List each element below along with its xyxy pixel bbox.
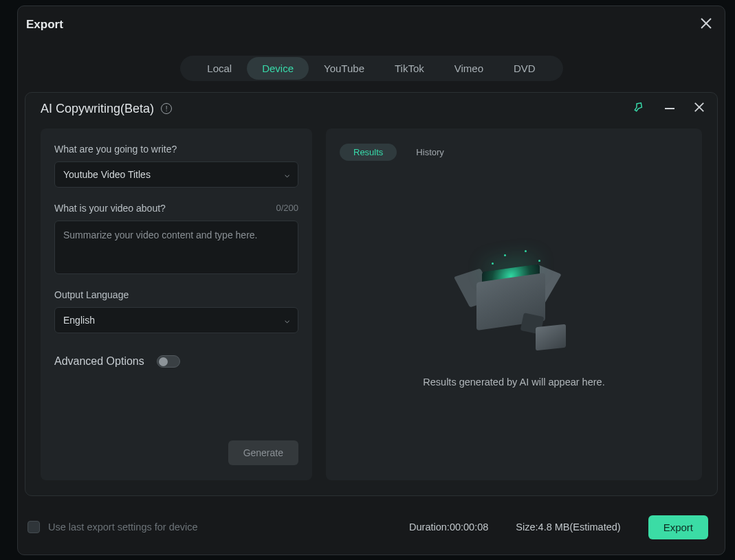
about-label-row: What is your video about? 0/200 [54,203,298,214]
about-label: What is your video about? [54,203,166,214]
info-icon[interactable]: ! [161,103,172,114]
duration-text: Duration:00:00:08 [409,522,488,533]
form-column: What are you going to write? Youtube Vid… [41,128,312,480]
tab-device[interactable]: Device [247,57,309,80]
write-type-value: Youtube Video Titles [63,169,151,180]
close-icon[interactable] [700,17,712,32]
use-last-settings-checkbox[interactable] [28,521,40,533]
language-value: English [63,315,95,326]
write-label-text: What are you going to write? [54,144,177,155]
language-select[interactable]: English ⌵ [54,307,298,333]
empty-box-illustration [456,250,573,353]
tab-local[interactable]: Local [192,57,247,80]
ai-copywriting-panel: AI Copywriting(Beta) ! What are you goin… [25,92,718,496]
lang-label: Output Language [54,289,298,300]
tab-dvd[interactable]: DVD [498,57,551,80]
tab-tiktok[interactable]: TikTok [380,57,439,80]
dialog-header: Export [18,6,725,36]
export-button[interactable]: Export [648,515,708,539]
use-last-settings-label: Use last export settings for device [48,522,198,533]
panel-close-icon[interactable] [694,102,705,115]
results-column: Results History Results generated by AI … [326,128,702,480]
lang-label-text: Output Language [54,289,129,300]
advanced-options-toggle[interactable] [157,355,180,368]
export-dialog: Export Local Device YouTube TikTok Vimeo… [17,5,725,555]
chevron-down-icon: ⌵ [285,170,289,179]
dialog-footer: Use last export settings for device Dura… [18,500,725,555]
results-empty-text: Results generated by AI will appear here… [423,377,604,388]
pin-icon[interactable] [632,101,644,116]
write-label: What are you going to write? [54,144,298,155]
about-counter: 0/200 [276,203,298,214]
size-text: Size:4.8 MB(Estimated) [516,522,620,533]
tab-history[interactable]: History [409,144,450,161]
panel-title: AI Copywriting(Beta) [41,102,154,116]
tab-vimeo[interactable]: Vimeo [439,57,498,80]
chevron-down-icon: ⌵ [285,315,289,325]
generate-button[interactable]: Generate [228,440,298,465]
tab-youtube[interactable]: YouTube [309,57,380,80]
results-tabs: Results History [340,144,451,161]
tab-results[interactable]: Results [340,144,397,161]
write-type-select[interactable]: Youtube Video Titles ⌵ [54,161,298,188]
advanced-options-label: Advanced Options [54,355,144,368]
about-textarea[interactable]: Summarize your video content and type he… [54,221,298,274]
dialog-title: Export [26,18,63,32]
export-target-tabs: Local Device YouTube TikTok Vimeo DVD [180,56,563,81]
minimize-icon[interactable] [663,102,674,115]
advanced-options-row: Advanced Options [54,355,298,368]
about-placeholder: Summarize your video content and type he… [63,229,258,240]
panel-header: AI Copywriting(Beta) ! [25,93,717,122]
